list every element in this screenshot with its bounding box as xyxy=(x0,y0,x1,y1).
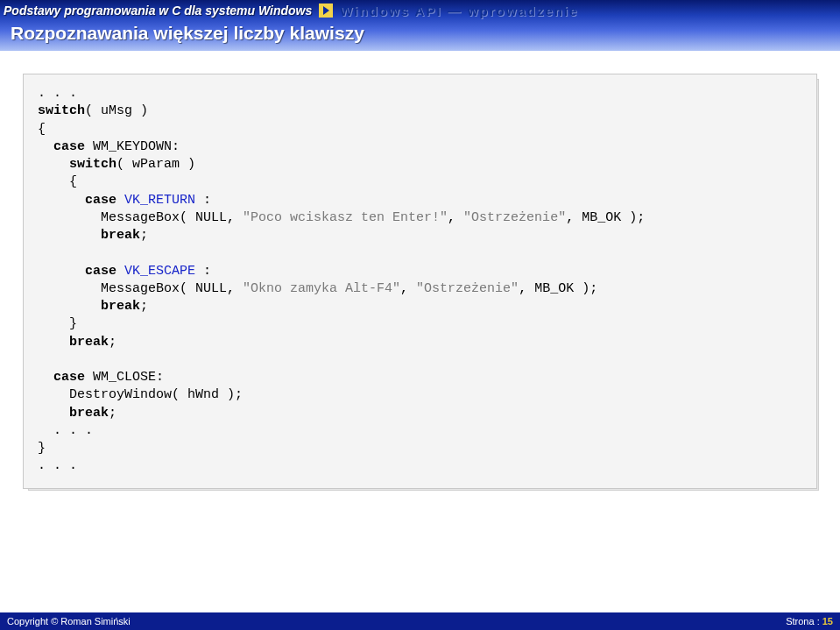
kw-case: case xyxy=(38,264,116,279)
code-line: { xyxy=(38,174,77,189)
string: "Okno zamyka Alt-F4" xyxy=(243,281,400,296)
code-text: ( uMsg ) xyxy=(85,103,148,118)
kw-case: case xyxy=(38,193,116,208)
code-line: } xyxy=(38,316,77,331)
breadcrumb-right: Windows API — wprowadzenie xyxy=(340,4,578,18)
code-text: ; xyxy=(140,299,148,314)
code-text: ; xyxy=(109,335,116,350)
ident: VK_RETURN xyxy=(116,193,203,208)
copyright: Copyright © Roman Simiński xyxy=(7,616,131,626)
page-number: 15 xyxy=(822,616,833,626)
string: "Ostrzeżenie" xyxy=(463,210,566,225)
chevron-right-icon xyxy=(319,4,333,18)
code-text: : xyxy=(203,264,211,279)
code-text: ( wParam ) xyxy=(116,157,195,172)
code-line: . . . xyxy=(38,86,77,101)
slide-footer: Copyright © Roman Simiński Strona : 15 xyxy=(0,612,840,630)
kw-case: case xyxy=(38,370,85,385)
code-text: ; xyxy=(140,228,148,243)
string: "Poco wciskasz ten Enter!" xyxy=(243,210,448,225)
code-listing: . . . switch( uMsg ) { case WM_KEYDOWN: … xyxy=(23,74,817,489)
code-text: WM_CLOSE: xyxy=(85,370,164,385)
kw-break: break xyxy=(38,406,109,421)
code-line: . . . xyxy=(38,458,77,473)
page-label: Strona : xyxy=(786,616,822,626)
breadcrumb-left: Podstawy programowania w C dla systemu W… xyxy=(4,4,312,18)
kw-switch: switch xyxy=(38,157,116,172)
code-text: MessageBox( NULL, xyxy=(38,281,243,296)
kw-break: break xyxy=(38,335,109,350)
code-line: DestroyWindow( hWnd ); xyxy=(38,387,243,402)
code-text: ; xyxy=(109,406,116,421)
code-text: : xyxy=(203,193,211,208)
page-title: Rozpoznawania większej liczby klawiszy xyxy=(0,21,840,44)
ident: VK_ESCAPE xyxy=(116,264,203,279)
code-line: { xyxy=(38,122,46,137)
page-indicator: Strona : 15 xyxy=(786,616,833,626)
code-block: . . . switch( uMsg ) { case WM_KEYDOWN: … xyxy=(23,74,817,489)
code-text: , xyxy=(400,281,416,296)
code-text: , MB_OK ); xyxy=(566,210,645,225)
breadcrumb: Podstawy programowania w C dla systemu W… xyxy=(0,0,840,21)
content-area: . . . switch( uMsg ) { case WM_KEYDOWN: … xyxy=(0,51,840,498)
kw-case: case xyxy=(38,139,85,154)
kw-switch: switch xyxy=(38,103,85,118)
code-text: WM_KEYDOWN: xyxy=(85,139,180,154)
string: "Ostrzeżenie" xyxy=(416,281,519,296)
kw-break: break xyxy=(38,299,140,314)
kw-break: break xyxy=(38,228,140,243)
code-text: , xyxy=(448,210,463,225)
code-text: MessageBox( NULL, xyxy=(38,210,243,225)
code-line: . . . xyxy=(38,423,93,438)
code-text: , MB_OK ); xyxy=(519,281,597,296)
code-line: } xyxy=(38,441,46,456)
slide-header: Podstawy programowania w C dla systemu W… xyxy=(0,0,840,51)
